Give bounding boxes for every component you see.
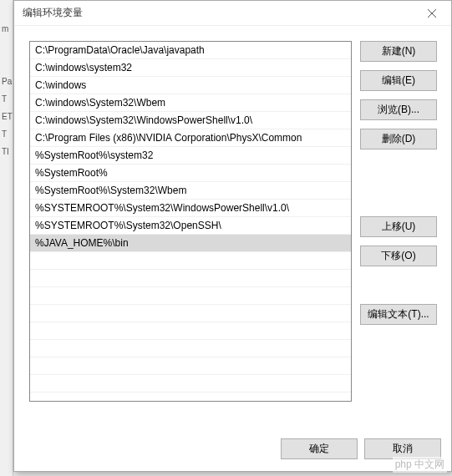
side-buttons: 新建(N) 编辑(E) 浏览(B)... 删除(D) 上移(U) 下移(O) 编… [360, 41, 437, 402]
delete-button[interactable]: 删除(D) [360, 129, 437, 149]
list-item[interactable]: %SYSTEMROOT%\System32\OpenSSH\ [30, 217, 351, 235]
list-item[interactable]: %SystemRoot%\System32\Wbem [30, 182, 351, 200]
list-item[interactable]: %JAVA_HOME%\bin [30, 235, 351, 252]
close-button[interactable] [419, 3, 444, 23]
ok-button[interactable]: 确定 [281, 438, 358, 459]
list-item[interactable]: C:\windows [30, 77, 351, 94]
edit-button[interactable]: 编辑(E) [360, 70, 437, 91]
move-down-button[interactable]: 下移(O) [360, 246, 437, 266]
list-item[interactable]: %SystemRoot% [30, 165, 351, 182]
dialog-title: 编辑环境变量 [23, 6, 83, 20]
close-icon [428, 9, 436, 18]
edit-text-button[interactable]: 编辑文本(T)... [360, 304, 437, 325]
list-item[interactable]: C:\windows\system32 [30, 59, 351, 77]
list-item[interactable]: %SYSTEMROOT%\System32\WindowsPowerShell\… [30, 200, 351, 217]
cancel-button[interactable]: 取消 [364, 438, 441, 459]
edit-env-var-dialog: 编辑环境变量 C:\ProgramData\Oracle\Java\javapa… [13, 0, 452, 472]
background-strip: m Pa T ET T TI [0, 0, 13, 476]
dialog-content: C:\ProgramData\Oracle\Java\javapathC:\wi… [14, 26, 451, 410]
path-listbox[interactable]: C:\ProgramData\Oracle\Java\javapathC:\wi… [29, 41, 352, 402]
list-empty-row [30, 305, 351, 322]
titlebar: 编辑环境变量 [14, 1, 451, 26]
list-item[interactable]: C:\ProgramData\Oracle\Java\javapath [30, 42, 351, 59]
move-up-button[interactable]: 上移(U) [360, 216, 437, 237]
list-empty-row [30, 322, 351, 340]
list-empty-row [30, 270, 351, 287]
list-empty-row [30, 252, 351, 270]
list-empty-row [30, 340, 351, 357]
list-item[interactable]: C:\Program Files (x86)\NVIDIA Corporatio… [30, 129, 351, 147]
list-empty-row [30, 357, 351, 375]
list-item[interactable]: C:\windows\System32\Wbem [30, 94, 351, 112]
dialog-footer: 确定 取消 [281, 438, 441, 459]
browse-button[interactable]: 浏览(B)... [360, 99, 437, 120]
spacer [360, 158, 437, 208]
list-item[interactable]: C:\windows\System32\WindowsPowerShell\v1… [30, 112, 351, 129]
list-empty-row [30, 287, 351, 305]
spacer [360, 275, 437, 296]
new-button[interactable]: 新建(N) [360, 41, 437, 62]
list-item[interactable]: %SystemRoot%\system32 [30, 147, 351, 165]
list-empty-row [30, 375, 351, 392]
